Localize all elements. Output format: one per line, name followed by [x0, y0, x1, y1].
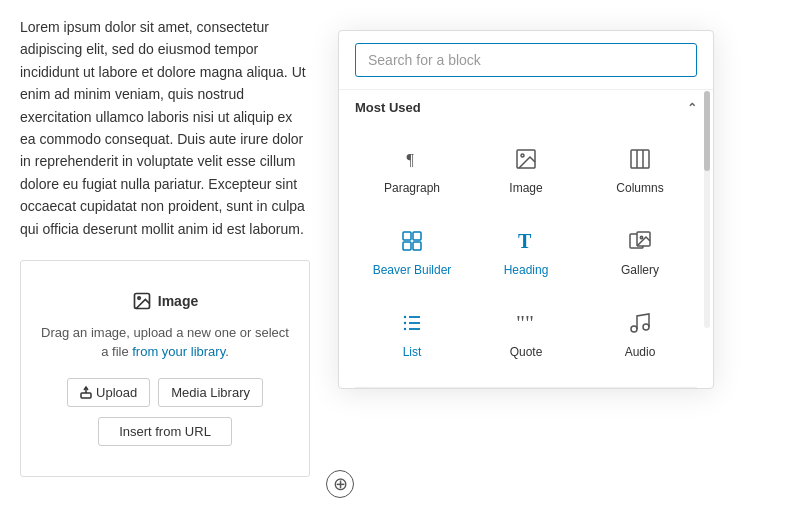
- svg-text:": ": [516, 311, 525, 335]
- add-block-container: ⊕: [326, 470, 354, 498]
- search-input[interactable]: [355, 43, 697, 77]
- audio-label: Audio: [625, 345, 656, 359]
- block-item-heading[interactable]: T Heading: [469, 215, 583, 289]
- gallery-icon: [626, 227, 654, 255]
- svg-rect-2: [81, 393, 91, 398]
- svg-rect-11: [413, 232, 421, 240]
- block-item-gallery[interactable]: Gallery: [583, 215, 697, 289]
- heading-label: Heading: [504, 263, 549, 277]
- columns-label: Columns: [616, 181, 663, 195]
- gallery-label: Gallery: [621, 263, 659, 277]
- svg-text:": ": [525, 311, 534, 335]
- insert-url-button[interactable]: Insert from URL: [98, 417, 232, 446]
- library-link[interactable]: from your library: [132, 344, 225, 359]
- upload-label: Upload: [96, 385, 137, 400]
- svg-rect-13: [413, 242, 421, 250]
- svg-text:¶: ¶: [407, 150, 415, 169]
- image-block-icon: [132, 291, 152, 311]
- audio-icon: [626, 309, 654, 337]
- svg-point-27: [643, 324, 649, 330]
- quote-label: Quote: [510, 345, 543, 359]
- add-block-button[interactable]: ⊕: [326, 470, 354, 498]
- quote-icon: " ": [512, 309, 540, 337]
- block-item-beaver-builder[interactable]: Beaver Builder: [355, 215, 469, 289]
- image-action-buttons: Upload Media Library: [41, 378, 289, 407]
- block-item-audio[interactable]: Audio: [583, 297, 697, 371]
- svg-point-1: [138, 297, 141, 300]
- block-item-paragraph[interactable]: ¶ Paragraph: [355, 133, 469, 207]
- beaver-builder-icon: [398, 227, 426, 255]
- lorem-paragraph: Lorem ipsum dolor sit amet, consectetur …: [20, 16, 310, 240]
- list-label: List: [403, 345, 422, 359]
- svg-text:T: T: [518, 230, 532, 252]
- search-box-container: [339, 31, 713, 90]
- beaver-builder-label: Beaver Builder: [373, 263, 452, 277]
- svg-point-23: [404, 328, 406, 330]
- image-label: Image: [509, 181, 542, 195]
- most-used-label: Most Used: [355, 100, 421, 115]
- svg-point-22: [404, 322, 406, 324]
- image-block-label: Image: [158, 293, 198, 309]
- scrollbar-thumb[interactable]: [704, 91, 710, 171]
- chevron-up-icon[interactable]: ⌃: [687, 101, 697, 115]
- blocks-grid: ¶ Paragraph Image: [339, 125, 713, 387]
- block-item-list[interactable]: List: [355, 297, 469, 371]
- block-inserter-panel: Most Used ⌃ ¶ Paragraph Image: [338, 30, 714, 389]
- content-area: Lorem ipsum dolor sit amet, consectetur …: [0, 0, 330, 493]
- image-block-title: Image: [41, 291, 289, 311]
- block-item-columns[interactable]: Columns: [583, 133, 697, 207]
- most-used-header: Most Used ⌃: [339, 90, 713, 125]
- heading-icon: T: [512, 227, 540, 255]
- columns-icon: [626, 145, 654, 173]
- paragraph-label: Paragraph: [384, 181, 440, 195]
- svg-point-6: [521, 154, 524, 157]
- block-item-image[interactable]: Image: [469, 133, 583, 207]
- svg-rect-7: [631, 150, 649, 168]
- insert-url-label: Insert from URL: [119, 424, 211, 439]
- image-block-description: Drag an image, upload a new one or selec…: [41, 323, 289, 362]
- scrollbar-track[interactable]: [704, 91, 710, 328]
- svg-point-26: [631, 326, 637, 332]
- svg-rect-12: [403, 242, 411, 250]
- image-icon: [512, 145, 540, 173]
- media-library-button[interactable]: Media Library: [158, 378, 263, 407]
- svg-rect-10: [403, 232, 411, 240]
- svg-point-21: [404, 316, 406, 318]
- upload-icon: [80, 385, 92, 399]
- paragraph-icon: ¶: [398, 145, 426, 173]
- panel-divider: [355, 387, 697, 388]
- media-library-label: Media Library: [171, 385, 250, 400]
- list-icon: [398, 309, 426, 337]
- block-item-quote[interactable]: " " Quote: [469, 297, 583, 371]
- upload-button[interactable]: Upload: [67, 378, 150, 407]
- image-block: Image Drag an image, upload a new one or…: [20, 260, 310, 477]
